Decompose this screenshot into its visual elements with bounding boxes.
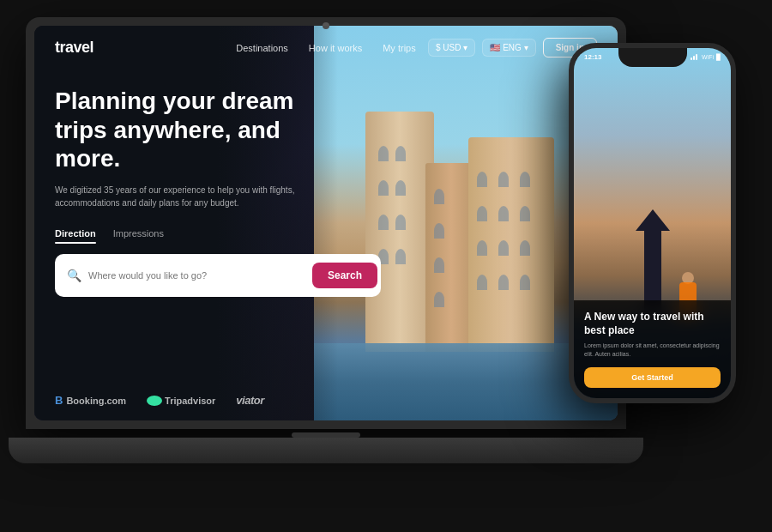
signal-icon <box>691 54 699 60</box>
phone-card-subtitle: Lorem ipsum dolor sit amet, consectetur … <box>584 342 721 359</box>
hero-title: Planning your dream trips anywhere, and … <box>55 87 347 173</box>
partner-viator: viator <box>236 394 263 407</box>
phone-pagoda <box>627 209 679 312</box>
currency-button[interactable]: $ USD ▾ <box>428 39 475 57</box>
nav-right: $ USD ▾ 🇺🇸 ENG ▾ Sign in <box>428 38 597 57</box>
tabs: Direction Impressions <box>55 225 597 242</box>
battery-icon: ▉ <box>716 54 721 61</box>
tab-impressions[interactable]: Impressions <box>113 225 164 242</box>
phone-card-title: A New way to travel with best place <box>584 311 721 337</box>
partner-tripadvisor: Tripadvisor <box>147 396 215 406</box>
nav-logo: travel <box>55 39 93 57</box>
flag-icon: 🇺🇸 <box>490 43 500 52</box>
phone-time: 12:13 <box>584 53 601 61</box>
phone-status-bar: 12:13 WiFi ▉ <box>584 53 721 61</box>
pagoda-tower <box>644 227 661 312</box>
search-icon: 🔍 <box>67 269 81 282</box>
laptop-body: travel Destinations How it works My trip… <box>26 17 626 429</box>
scene: travel Destinations How it works My trip… <box>0 0 772 532</box>
language-button[interactable]: 🇺🇸 ENG ▾ <box>482 39 535 57</box>
phone: 12:13 WiFi ▉ <box>569 43 736 403</box>
phone-cta-button[interactable]: Get Started <box>584 367 721 388</box>
laptop: travel Destinations How it works My trip… <box>26 17 643 463</box>
partners: B Booking.com Tripadvisor viator <box>34 384 618 420</box>
screen-content: travel Destinations How it works My trip… <box>34 26 618 420</box>
search-bar: 🔍 Search <box>55 254 381 297</box>
phone-card: A New way to travel with best place Lore… <box>574 300 731 398</box>
laptop-hinge <box>292 432 360 438</box>
tripadvisor-icon <box>147 396 162 406</box>
search-button[interactable]: Search <box>312 263 377 288</box>
nav-link-how-it-works[interactable]: How it works <box>309 43 362 53</box>
nav: travel Destinations How it works My trip… <box>34 26 618 70</box>
nav-link-my-trips[interactable]: My trips <box>383 43 416 53</box>
nav-link-destinations[interactable]: Destinations <box>236 43 288 53</box>
booking-icon: B <box>55 394 63 407</box>
search-input[interactable] <box>88 270 305 281</box>
phone-screen: 12:13 WiFi ▉ <box>574 48 731 398</box>
hero-subtitle: We digitized 35 years of our experience … <box>55 184 295 209</box>
laptop-screen: travel Destinations How it works My trip… <box>34 26 618 420</box>
tab-direction[interactable]: Direction <box>55 225 96 242</box>
laptop-base <box>9 438 643 463</box>
partner-booking: B Booking.com <box>55 394 126 407</box>
wifi-icon: WiFi <box>702 54 714 60</box>
main-content: Planning your dream trips anywhere, and … <box>34 70 618 384</box>
nav-links: Destinations How it works My trips <box>236 43 415 53</box>
phone-status-icons: WiFi ▉ <box>691 54 721 61</box>
